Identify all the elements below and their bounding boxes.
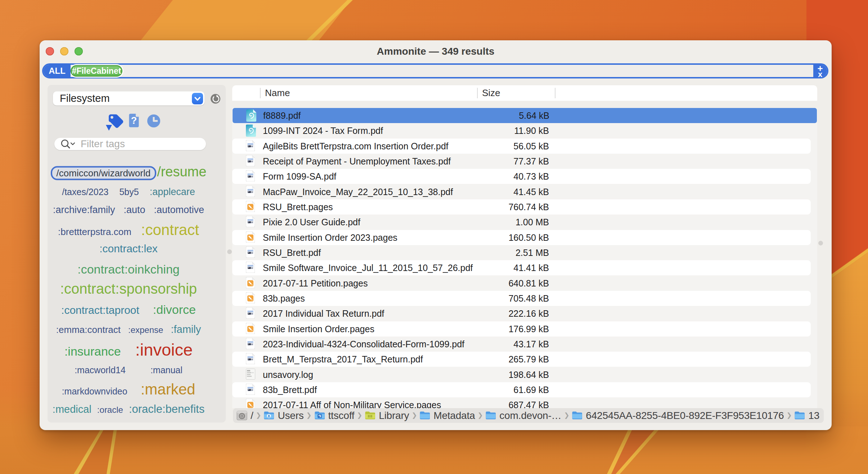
svg-text:?: ?	[131, 115, 137, 126]
